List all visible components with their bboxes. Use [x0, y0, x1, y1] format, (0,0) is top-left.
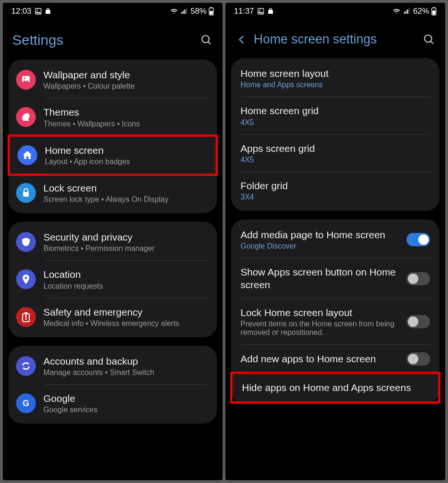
settings-item-add-media-page-to-home-screen[interactable]: Add media page to Home screenGoogle Disc… — [231, 221, 440, 258]
item-title: Apps screen grid — [241, 142, 430, 155]
shield-icon — [16, 232, 36, 252]
svg-rect-25 — [433, 7, 435, 8]
svg-point-14 — [25, 277, 27, 279]
svg-rect-3 — [183, 11, 184, 14]
search-button[interactable] — [200, 33, 213, 47]
item-title: Folder grid — [241, 180, 430, 192]
settings-item-sync[interactable]: Accounts and backupManage accounts • Sma… — [8, 348, 217, 384]
bag-icon — [267, 8, 275, 15]
svg-point-12 — [24, 77, 25, 79]
item-subtitle: Location requests — [43, 282, 207, 291]
battery-text: 58% — [191, 7, 207, 16]
item-subtitle: Prevent items on the Home screen from be… — [241, 320, 407, 337]
settings-item-location[interactable]: LocationLocation requests — [8, 261, 217, 298]
settings-item-apps-screen-grid[interactable]: Apps screen grid4X5 — [231, 135, 440, 172]
item-title: Lock screen — [43, 182, 207, 194]
settings-group: Wallpaper and styleWallpapers • Colour p… — [8, 59, 217, 213]
image-icon — [34, 8, 42, 15]
google-icon: G — [16, 393, 36, 413]
settings-item-google[interactable]: GGoogleGoogle services — [8, 385, 217, 422]
bag-icon — [45, 8, 52, 15]
settings-item-wallpaper[interactable]: Wallpaper and styleWallpapers • Colour p… — [8, 61, 217, 98]
item-subtitle: 4X5 — [241, 118, 430, 127]
item-subtitle: Google services — [43, 406, 207, 414]
svg-point-27 — [424, 35, 431, 42]
settings-item-home[interactable]: Home screenLayout • App icon badges — [10, 137, 216, 174]
image-icon — [16, 70, 36, 90]
svg-rect-21 — [406, 11, 407, 14]
svg-rect-23 — [408, 8, 409, 14]
svg-point-9 — [202, 35, 209, 42]
item-title: Accounts and backup — [43, 355, 207, 367]
item-subtitle: Biometrics • Permission manager — [43, 244, 207, 253]
item-title: Hide apps on Home and Apps screens — [242, 382, 429, 394]
item-subtitle: Screen lock type • Always On Display — [43, 195, 207, 204]
header: Home screen settings — [225, 18, 445, 58]
status-time: 11:37 — [234, 7, 254, 16]
svg-rect-5 — [186, 8, 187, 14]
wifi-icon — [392, 8, 401, 15]
svg-rect-13 — [23, 192, 29, 197]
toggle-switch[interactable] — [407, 315, 430, 328]
item-title: Safety and emergency — [43, 306, 207, 318]
wifi-icon — [170, 8, 178, 15]
battery-icon — [208, 7, 214, 16]
item-subtitle: Wallpapers • Colour palette — [43, 82, 207, 91]
item-title: Wallpaper and style — [43, 69, 207, 81]
settings-item-hide-apps-on-home-and-apps-screens[interactable]: Hide apps on Home and Apps screens — [232, 374, 438, 401]
settings-item-emergency[interactable]: Safety and emergencyMedical info • Wirel… — [8, 299, 217, 335]
item-subtitle: Medical info • Wireless emergency alerts — [43, 319, 207, 328]
brush-icon — [16, 107, 36, 127]
item-title: Show Apps screen button on Home screen — [241, 266, 407, 291]
item-title: Add new apps to Home screen — [241, 353, 407, 365]
item-subtitle: 3X4 — [241, 193, 430, 201]
signal-icon — [180, 8, 189, 15]
svg-rect-22 — [407, 9, 408, 14]
pin-icon — [16, 269, 36, 289]
settings-item-lock-home-screen-layout[interactable]: Lock Home screen layoutPrevent items on … — [231, 299, 440, 344]
svg-rect-8 — [210, 11, 213, 15]
sync-icon — [16, 356, 36, 376]
back-button[interactable] — [235, 33, 248, 46]
svg-rect-20 — [404, 12, 405, 14]
alert-icon — [16, 307, 36, 327]
svg-rect-7 — [210, 7, 212, 8]
item-title: Lock Home screen layout — [241, 307, 407, 319]
item-title: Home screen grid — [241, 105, 430, 117]
toggle-switch[interactable] — [407, 352, 430, 366]
highlight-annotation: Hide apps on Home and Apps screens — [230, 372, 440, 404]
settings-item-folder-grid[interactable]: Folder grid3X4 — [231, 172, 440, 209]
item-title: Themes — [43, 106, 207, 118]
item-subtitle: Themes • Wallpapers • Icons — [43, 120, 207, 128]
image-icon — [257, 8, 265, 15]
item-subtitle: Google Discover — [241, 242, 407, 250]
item-subtitle: 4X5 — [241, 156, 430, 164]
settings-item-shield[interactable]: Security and privacyBiometrics • Permiss… — [8, 224, 217, 260]
svg-point-1 — [36, 10, 38, 11]
item-title: Security and privacy — [43, 231, 207, 243]
settings-item-home-screen-layout[interactable]: Home screen layoutHome and Apps screens — [231, 60, 440, 97]
settings-group: Home screen layoutHome and Apps screensH… — [231, 58, 440, 211]
settings-item-themes[interactable]: ThemesThemes • Wallpapers • Icons — [8, 99, 217, 135]
settings-item-add-new-apps-to-home-screen[interactable]: Add new apps to Home screen — [231, 345, 440, 373]
settings-item-show-apps-screen-button-on-home-screen[interactable]: Show Apps screen button on Home screen — [231, 258, 440, 299]
battery-text: 62% — [413, 7, 429, 16]
status-time: 12:03 — [11, 7, 32, 16]
svg-rect-26 — [432, 10, 435, 15]
settings-screen: 12:03 58% Settings Wallpaper and styleWa… — [3, 3, 223, 480]
item-title: Google — [43, 392, 207, 405]
toggle-switch[interactable] — [407, 272, 430, 285]
status-bar: 11:37 62% — [225, 3, 445, 18]
home-icon — [17, 145, 37, 165]
settings-group: Add media page to Home screenGoogle Disc… — [231, 219, 440, 404]
toggle-switch[interactable] — [407, 233, 430, 246]
lock-icon — [16, 183, 36, 203]
item-title: Location — [43, 268, 207, 281]
settings-item-lock[interactable]: Lock screenScreen lock type • Always On … — [8, 175, 217, 211]
settings-group: Security and privacyBiometrics • Permiss… — [8, 222, 217, 337]
home-screen-settings-screen: 11:37 62% Home screen settings Home scre… — [225, 3, 445, 480]
item-title: Home screen layout — [241, 67, 430, 80]
settings-item-home-screen-grid[interactable]: Home screen grid4X5 — [231, 97, 440, 134]
search-button[interactable] — [423, 33, 436, 46]
item-subtitle: Layout • App icon badges — [45, 158, 206, 166]
